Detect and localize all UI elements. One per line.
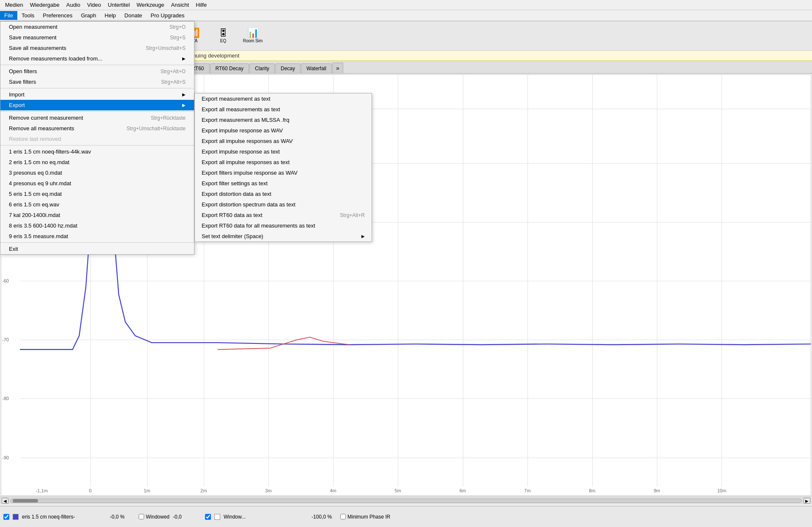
menu-remove-current[interactable]: Remove current measurement Strg+Rücktast… bbox=[0, 113, 194, 123]
sys-menu-video[interactable]: Video bbox=[84, 1, 104, 9]
submenu-exp-ir-wav[interactable]: Export impulse response as WAV bbox=[195, 125, 372, 136]
menu-recent-5[interactable]: 5 eris 1.5 cm eq.mdat bbox=[0, 189, 194, 199]
toolbar-eq[interactable]: 🎛 EQ bbox=[209, 22, 238, 49]
toolbar-eq-label: EQ bbox=[220, 38, 226, 44]
menu-recent-9[interactable]: 9 eris 3.5 measure.mdat bbox=[0, 231, 194, 242]
exp-ir-text-label: Export impulse response as text bbox=[202, 148, 280, 155]
menu-save-all[interactable]: Save all measurements Strg+Umschalt+S bbox=[0, 43, 194, 53]
separator-2 bbox=[0, 88, 194, 88]
menu-help[interactable]: Help bbox=[101, 11, 120, 20]
menu-remove-all[interactable]: Remove all measurements Strg+Umschalt+Rü… bbox=[0, 123, 194, 134]
submenu-exp-rt60[interactable]: Export RT60 data as text Strg+Alt+R bbox=[195, 210, 372, 220]
submenu-exp-filter-settings[interactable]: Export filter settings as text bbox=[195, 178, 372, 189]
exp-filters-ir-wav-label: Export filters impulse response as WAV bbox=[202, 170, 298, 176]
tab-rt60-decay[interactable]: RT60 Decay bbox=[210, 63, 249, 73]
toolbar-room-sim[interactable]: 📊 Room Sim bbox=[238, 22, 267, 49]
exit-label: Exit bbox=[9, 246, 18, 252]
scroll-right-button[interactable]: ▶ bbox=[804, 498, 810, 504]
menu-recent-7[interactable]: 7 kal 200-1400i.mdat bbox=[0, 210, 194, 220]
recent-7-label: 7 kal 200-1400i.mdat bbox=[9, 212, 60, 218]
menu-file[interactable]: File bbox=[0, 11, 17, 20]
measurement-2-value: -100,0 % bbox=[312, 514, 337, 520]
set-delimiter-arrow: ▶ bbox=[361, 234, 365, 239]
measurement-2-checkbox[interactable] bbox=[205, 514, 211, 520]
submenu-exp-ir-text[interactable]: Export impulse response as text bbox=[195, 146, 372, 157]
scroll-track[interactable] bbox=[10, 499, 802, 503]
system-menubar: Medien Wiedergabe Audio Video Untertitel… bbox=[0, 0, 812, 10]
remove-current-label: Remove current measurement bbox=[9, 115, 83, 121]
tab-waterfall[interactable]: Waterfall bbox=[301, 63, 332, 73]
eq-icon: 🎛 bbox=[219, 28, 228, 38]
menu-save-measurement[interactable]: Save measurement Strg+S bbox=[0, 32, 194, 43]
menu-save-filters[interactable]: Save filters Strg+Alt+S bbox=[0, 77, 194, 87]
submenu-exp-rt60-all[interactable]: Export RT60 data for all measurements as… bbox=[195, 220, 372, 231]
measurement-1-value: -0,0 % bbox=[110, 514, 135, 520]
exp-all-text-label: Export all measurements as text bbox=[202, 106, 280, 113]
sys-menu-audio[interactable]: Audio bbox=[63, 1, 84, 9]
sys-menu-werkzeuge[interactable]: Werkzeuge bbox=[133, 1, 168, 9]
save-measurement-label: Save measurement bbox=[9, 34, 57, 41]
sys-menu-wiedergabe[interactable]: Wiedergabe bbox=[27, 1, 63, 9]
menu-donate[interactable]: Donate bbox=[120, 11, 146, 20]
sys-menu-ansicht[interactable]: Ansicht bbox=[168, 1, 193, 9]
menu-graph[interactable]: Graph bbox=[77, 11, 100, 20]
menu-pro-upgrades[interactable]: Pro Upgrades bbox=[146, 11, 189, 20]
save-all-label: Save all measurements bbox=[9, 45, 66, 51]
menu-import[interactable]: Import ▶ bbox=[0, 89, 194, 100]
remove-all-shortcut: Strg+Umschalt+Rücktaste bbox=[127, 126, 186, 132]
menu-exit[interactable]: Exit bbox=[0, 244, 194, 254]
submenu-set-delimiter[interactable]: Set text delimiter (Space) ▶ bbox=[195, 231, 372, 242]
submenu-exp-mlssa[interactable]: Export measurement as MLSSA .frq bbox=[195, 115, 372, 125]
menu-recent-3[interactable]: 3 presonus eq 0.mdat bbox=[0, 167, 194, 178]
menu-open-measurement[interactable]: Open measurement Strg+O bbox=[0, 22, 194, 32]
submenu-exp-all-text[interactable]: Export all measurements as text bbox=[195, 104, 372, 115]
recent-1-label: 1 eris 1.5 cm noeq-filters-44k.wav bbox=[9, 148, 91, 155]
tab-decay[interactable]: Decay bbox=[275, 63, 301, 73]
save-filters-label: Save filters bbox=[9, 79, 36, 85]
export-label: Export bbox=[9, 102, 25, 108]
submenu-exp-filters-ir-wav[interactable]: Export filters impulse response as WAV bbox=[195, 167, 372, 178]
menu-tools[interactable]: Tools bbox=[17, 11, 38, 20]
menu-export[interactable]: Export ▶ bbox=[0, 100, 194, 110]
menu-recent-6[interactable]: 6 eris 1.5 cm eq.wav bbox=[0, 199, 194, 210]
scroll-left-button[interactable]: ◀ bbox=[2, 498, 8, 504]
windowed-checkbox[interactable] bbox=[139, 514, 144, 519]
remove-current-shortcut: Strg+Rücktaste bbox=[151, 115, 186, 121]
export-submenu: Export measurement as text Export all me… bbox=[194, 93, 372, 242]
measurement-1-name: eris 1.5 cm noeq-filters- bbox=[22, 514, 107, 520]
tab-overflow-button[interactable]: » bbox=[332, 63, 343, 73]
sys-menu-untertitel[interactable]: Untertitel bbox=[104, 1, 133, 9]
menu-recent-1[interactable]: 1 eris 1.5 cm noeq-filters-44k.wav bbox=[0, 146, 194, 157]
submenu-exp-all-ir-text[interactable]: Export all impulse responses as text bbox=[195, 157, 372, 167]
tab-clarity[interactable]: Clarity bbox=[249, 63, 275, 73]
menu-preferences[interactable]: Preferences bbox=[38, 11, 77, 20]
open-filters-shortcut: Strg+Alt+O bbox=[161, 69, 186, 74]
chart-scrollbar[interactable]: ◀ ▶ bbox=[0, 497, 812, 504]
submenu-exp-all-ir-wav[interactable]: Export all impulse responses as WAV bbox=[195, 136, 372, 146]
submenu-exp-meas-text[interactable]: Export measurement as text bbox=[195, 93, 372, 104]
sys-menu-hilfe[interactable]: Hilfe bbox=[192, 1, 210, 9]
scroll-thumb[interactable] bbox=[13, 499, 38, 502]
submenu-exp-distortion[interactable]: Export distortion data as text bbox=[195, 189, 372, 199]
recent-4-label: 4 presonus eq 9 uhr.mdat bbox=[9, 180, 71, 187]
menu-remove-loaded[interactable]: Remove measurements loaded from... ▶ bbox=[0, 53, 194, 64]
recent-3-label: 3 presonus eq 0.mdat bbox=[9, 170, 62, 176]
windowed-checkbox-container: Windowed bbox=[139, 514, 170, 520]
recent-9-label: 9 eris 3.5 measure.mdat bbox=[9, 233, 68, 239]
remove-loaded-arrow: ▶ bbox=[182, 56, 186, 61]
recent-5-label: 5 eris 1.5 cm eq.mdat bbox=[9, 191, 62, 197]
exp-all-ir-text-label: Export all impulse responses as text bbox=[202, 159, 290, 165]
exp-ir-wav-label: Export impulse response as WAV bbox=[202, 127, 283, 134]
sys-menu-medien[interactable]: Medien bbox=[2, 1, 27, 9]
menu-recent-4[interactable]: 4 presonus eq 9 uhr.mdat bbox=[0, 178, 194, 189]
submenu-exp-dist-spectrum[interactable]: Export distortion spectrum data as text bbox=[195, 199, 372, 210]
menu-open-filters[interactable]: Open filters Strg+Alt+O bbox=[0, 66, 194, 77]
measurement-1-windowed-value: -0,0 bbox=[173, 514, 198, 520]
measurement-1-checkbox[interactable] bbox=[3, 514, 9, 520]
min-phase-checkbox[interactable] bbox=[340, 514, 346, 519]
remove-loaded-label: Remove measurements loaded from... bbox=[9, 55, 102, 62]
menu-recent-8[interactable]: 8 eris 3.5 600-1400 hz.mdat bbox=[0, 220, 194, 231]
menu-recent-2[interactable]: 2 eris 1.5 cm no eq.mdat bbox=[0, 157, 194, 167]
save-measurement-shortcut: Strg+S bbox=[170, 35, 186, 41]
measurement-2-color bbox=[214, 514, 220, 520]
